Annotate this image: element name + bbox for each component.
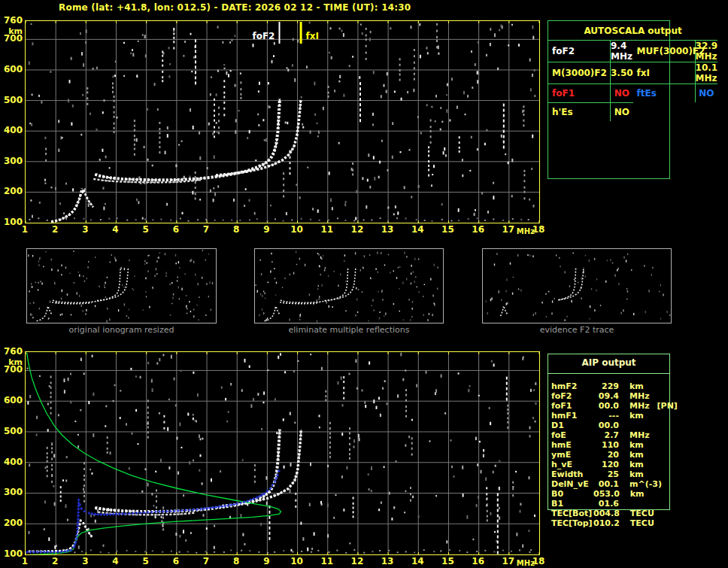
noise-streak xyxy=(283,190,284,192)
noise-dot xyxy=(290,463,292,466)
noise-dot xyxy=(423,314,424,316)
noise-dot xyxy=(142,34,144,35)
noise-dot xyxy=(263,402,265,403)
noise-dot xyxy=(327,534,329,538)
noise-dot xyxy=(276,432,278,434)
noise-dot xyxy=(387,72,388,75)
noise-dot xyxy=(149,306,150,308)
noise-dot xyxy=(36,416,38,419)
noise-dot xyxy=(332,207,333,210)
baseline-noise xyxy=(90,549,92,551)
noise-dot xyxy=(284,371,286,373)
noise-dot xyxy=(32,215,33,218)
aip-table-rows: hmF2229kmfoF209.4MHzfoF100.0MHz[PN]hmF1-… xyxy=(551,381,683,528)
baseline-noise xyxy=(223,551,225,553)
aip-row-foF2: foF209.4MHz xyxy=(551,391,683,401)
noise-dot xyxy=(404,512,405,513)
noise-dot xyxy=(378,291,378,293)
noise-dot xyxy=(185,274,186,275)
interference-streak xyxy=(497,494,499,497)
noise-dot xyxy=(319,254,320,256)
aip-row-label: foF2 xyxy=(551,391,593,401)
noise-streak xyxy=(60,486,62,488)
baseline-noise xyxy=(205,551,207,552)
noise-dot xyxy=(156,260,157,263)
baseline-noise xyxy=(170,220,171,221)
noise-dot xyxy=(438,266,438,269)
noise-dot xyxy=(490,299,491,301)
noise-dot xyxy=(88,203,89,207)
marker-label-fxI: fxI xyxy=(306,31,319,41)
noise-streak xyxy=(428,175,429,177)
noise-dot xyxy=(475,209,476,211)
noise-dot xyxy=(53,485,54,488)
autoscala-row-label: ftEs xyxy=(633,84,696,102)
noise-streak xyxy=(156,490,157,492)
noise-dot xyxy=(147,159,149,161)
noise-dot xyxy=(265,298,265,299)
marker-line-fxI xyxy=(300,22,302,44)
noise-dot xyxy=(27,368,29,369)
noise-dot xyxy=(450,439,452,441)
noise-dot xyxy=(381,95,382,98)
noise-streak xyxy=(107,451,108,454)
aip-row-label: Ewidth xyxy=(551,469,593,479)
interference-streak xyxy=(195,65,196,68)
noise-dot xyxy=(115,259,116,261)
baseline-noise xyxy=(108,218,110,220)
noise-dot xyxy=(89,469,91,470)
noise-dot xyxy=(275,398,276,400)
noise-streak xyxy=(366,35,367,37)
noise-streak xyxy=(414,73,415,75)
noise-streak xyxy=(487,515,488,518)
noise-dot xyxy=(574,279,575,281)
noise-dot xyxy=(109,167,111,169)
noise-dot xyxy=(623,257,624,259)
noise-dot xyxy=(242,533,244,536)
noise-dot xyxy=(623,309,623,311)
noise-dot xyxy=(486,129,487,131)
noise-dot xyxy=(249,130,250,134)
aip-row-unit: TECU xyxy=(630,518,654,528)
noise-dot xyxy=(202,438,203,440)
noise-streak xyxy=(328,86,329,88)
noise-dot xyxy=(31,23,32,25)
noise-dot xyxy=(364,255,365,257)
noise-dot xyxy=(317,135,319,137)
noise-streak xyxy=(86,87,88,90)
autoscala-row-foF1: foF1NO xyxy=(548,84,633,102)
noise-dot xyxy=(398,267,399,269)
noise-dot xyxy=(62,314,62,315)
noise-dot xyxy=(79,295,80,297)
noise-dot xyxy=(505,153,506,155)
interference-streak xyxy=(497,520,499,523)
noise-dot xyxy=(399,266,400,268)
noise-streak xyxy=(240,93,241,96)
noise-streak xyxy=(290,156,291,159)
noise-dot xyxy=(260,260,261,261)
aip-row-label: hmF1 xyxy=(551,411,593,421)
noise-dot xyxy=(355,360,356,363)
noise-dot xyxy=(171,355,172,359)
noise-dot xyxy=(520,289,521,291)
noise-dot xyxy=(472,539,474,540)
noise-dot xyxy=(132,53,134,57)
y-tick-label: 300 xyxy=(0,156,23,166)
noise-dot xyxy=(478,496,479,499)
noise-dot xyxy=(589,318,590,320)
noise-dot xyxy=(168,466,170,469)
noise-streak xyxy=(399,69,401,71)
noise-dot xyxy=(317,288,318,290)
noise-streak xyxy=(107,448,108,450)
x-tick-label: 8 xyxy=(226,556,246,566)
noise-dot xyxy=(319,415,320,417)
noise-dot xyxy=(487,312,488,314)
interference-streak xyxy=(497,541,499,544)
noise-dot xyxy=(186,305,187,308)
noise-dot xyxy=(368,153,369,156)
x-tick-label: 1 xyxy=(15,556,35,566)
noise-dot xyxy=(382,387,384,390)
noise-streak xyxy=(507,417,508,419)
noise-dot xyxy=(412,308,413,310)
interference-streak xyxy=(503,114,505,117)
